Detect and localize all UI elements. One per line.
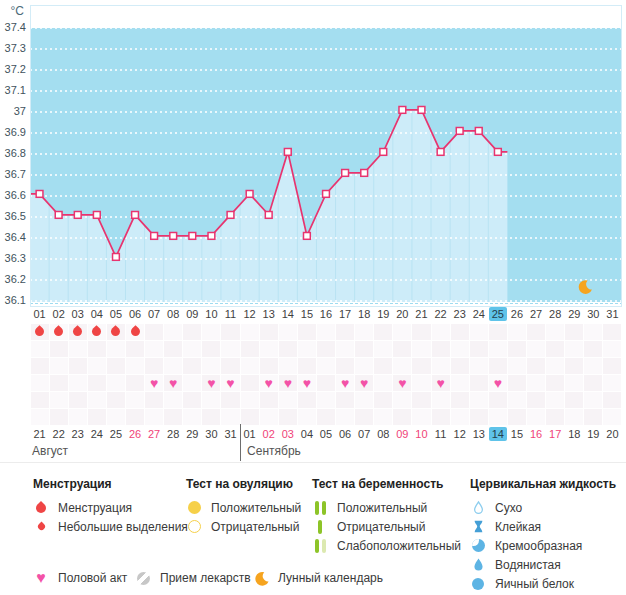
symptom-cell-menstruation[interactable]: [164, 324, 182, 340]
calendar-date[interactable]: 25: [106, 427, 125, 442]
symptom-cell-ovulation-test[interactable]: [88, 341, 106, 357]
symptom-cell-menstruation[interactable]: [202, 324, 220, 340]
symptom-cell-ovulation-test[interactable]: [432, 341, 450, 357]
symptom-cell-intercourse[interactable]: ♥: [279, 375, 297, 391]
symptom-cell-ovulation-test[interactable]: [527, 341, 545, 357]
symptom-cell-intercourse[interactable]: [241, 375, 259, 391]
calendar-date[interactable]: 12: [450, 427, 469, 442]
symptom-cell-intercourse[interactable]: [470, 375, 488, 391]
temperature-point[interactable]: [265, 212, 272, 219]
cycle-day-label[interactable]: 12: [240, 307, 259, 322]
symptom-cell-pregnancy-test[interactable]: [31, 358, 49, 374]
symptom-cell-menstruation[interactable]: [145, 324, 163, 340]
symptom-cell-medication[interactable]: [412, 392, 430, 408]
temperature-point[interactable]: [361, 170, 368, 177]
temperature-point[interactable]: [208, 233, 215, 240]
symptom-cell-pregnancy-test[interactable]: [527, 358, 545, 374]
cycle-day-label[interactable]: 27: [527, 307, 546, 322]
temperature-point[interactable]: [475, 128, 482, 135]
cycle-day-label[interactable]: 03: [68, 307, 87, 322]
calendar-date[interactable]: 13: [469, 427, 488, 442]
symptom-cell-cervical-fluid[interactable]: [126, 409, 144, 425]
symptom-cell-menstruation[interactable]: [107, 324, 125, 340]
symptom-cell-medication[interactable]: [183, 392, 201, 408]
symptom-cell-menstruation[interactable]: [546, 324, 564, 340]
calendar-date[interactable]: 28: [164, 427, 183, 442]
cycle-day-label[interactable]: 29: [565, 307, 584, 322]
symptom-cell-intercourse[interactable]: [69, 375, 87, 391]
symptom-cell-cervical-fluid[interactable]: [355, 409, 373, 425]
symptom-cell-cervical-fluid[interactable]: [260, 409, 278, 425]
symptom-cell-menstruation[interactable]: [527, 324, 545, 340]
symptom-cell-ovulation-test[interactable]: [336, 341, 354, 357]
symptom-cell-medication[interactable]: [432, 392, 450, 408]
cycle-day-label[interactable]: 19: [374, 307, 393, 322]
calendar-date[interactable]: 11: [431, 427, 450, 442]
symptom-cell-pregnancy-test[interactable]: [107, 358, 125, 374]
calendar-date[interactable]: 08: [374, 427, 393, 442]
symptom-cell-medication[interactable]: [145, 392, 163, 408]
symptom-cell-ovulation-test[interactable]: [412, 341, 430, 357]
symptom-cell-menstruation[interactable]: [88, 324, 106, 340]
symptom-cell-pregnancy-test[interactable]: [260, 358, 278, 374]
symptom-cell-cervical-fluid[interactable]: [279, 409, 297, 425]
symptom-cell-medication[interactable]: [565, 392, 583, 408]
calendar-date[interactable]: 16: [527, 427, 546, 442]
calendar-date[interactable]: 20: [603, 427, 622, 442]
symptom-cell-cervical-fluid[interactable]: [508, 409, 526, 425]
temperature-point[interactable]: [227, 212, 234, 219]
calendar-date[interactable]: 19: [584, 427, 603, 442]
temperature-point[interactable]: [380, 149, 387, 156]
temperature-point[interactable]: [151, 233, 158, 240]
symptom-cell-menstruation[interactable]: [69, 324, 87, 340]
symptom-cell-intercourse[interactable]: [565, 375, 583, 391]
symptom-cell-intercourse[interactable]: ♥: [221, 375, 239, 391]
temperature-point[interactable]: [74, 212, 81, 219]
symptom-cell-intercourse[interactable]: [107, 375, 125, 391]
symptom-cell-intercourse[interactable]: [317, 375, 335, 391]
symptom-cell-cervical-fluid[interactable]: [584, 409, 602, 425]
symptom-cell-pregnancy-test[interactable]: [202, 358, 220, 374]
symptom-cell-pregnancy-test[interactable]: [164, 358, 182, 374]
symptom-cell-cervical-fluid[interactable]: [603, 409, 621, 425]
cycle-day-label[interactable]: 07: [145, 307, 164, 322]
symptom-cell-pregnancy-test[interactable]: [355, 358, 373, 374]
symptom-cell-cervical-fluid[interactable]: [183, 409, 201, 425]
symptom-cell-pregnancy-test[interactable]: [374, 358, 392, 374]
symptom-cell-ovulation-test[interactable]: [508, 341, 526, 357]
symptom-cell-cervical-fluid[interactable]: [31, 409, 49, 425]
symptom-cell-medication[interactable]: [164, 392, 182, 408]
symptom-cell-intercourse[interactable]: ♥: [355, 375, 373, 391]
symptom-cell-ovulation-test[interactable]: [69, 341, 87, 357]
symptom-cell-menstruation[interactable]: [508, 324, 526, 340]
symptom-cell-pregnancy-test[interactable]: [546, 358, 564, 374]
cycle-day-label[interactable]: 18: [355, 307, 374, 322]
temperature-point[interactable]: [132, 212, 139, 219]
temperature-point[interactable]: [418, 107, 425, 114]
symptom-cell-pregnancy-test[interactable]: [470, 358, 488, 374]
symptom-cell-ovulation-test[interactable]: [221, 341, 239, 357]
symptom-cell-intercourse[interactable]: [451, 375, 469, 391]
symptom-cell-intercourse[interactable]: [412, 375, 430, 391]
symptom-cell-pregnancy-test[interactable]: [50, 358, 68, 374]
symptom-cell-medication[interactable]: [126, 392, 144, 408]
symptom-cell-pregnancy-test[interactable]: [183, 358, 201, 374]
symptom-cell-cervical-fluid[interactable]: [393, 409, 411, 425]
symptom-cell-medication[interactable]: [489, 392, 507, 408]
symptom-cell-pregnancy-test[interactable]: [69, 358, 87, 374]
cycle-day-label[interactable]: 13: [259, 307, 278, 322]
calendar-date[interactable]: 02: [259, 427, 278, 442]
symptom-cell-ovulation-test[interactable]: [451, 341, 469, 357]
symptom-cell-intercourse[interactable]: [183, 375, 201, 391]
symptom-cell-cervical-fluid[interactable]: [298, 409, 316, 425]
symptom-cell-pregnancy-test[interactable]: [565, 358, 583, 374]
symptom-cell-intercourse[interactable]: [374, 375, 392, 391]
temperature-point[interactable]: [342, 170, 349, 177]
temperature-point[interactable]: [55, 212, 62, 219]
symptom-cell-menstruation[interactable]: [298, 324, 316, 340]
cycle-day-label[interactable]: 05: [106, 307, 125, 322]
symptom-cell-pregnancy-test[interactable]: [393, 358, 411, 374]
symptom-cell-ovulation-test[interactable]: [145, 341, 163, 357]
symptom-cell-ovulation-test[interactable]: [126, 341, 144, 357]
symptom-cell-ovulation-test[interactable]: [470, 341, 488, 357]
